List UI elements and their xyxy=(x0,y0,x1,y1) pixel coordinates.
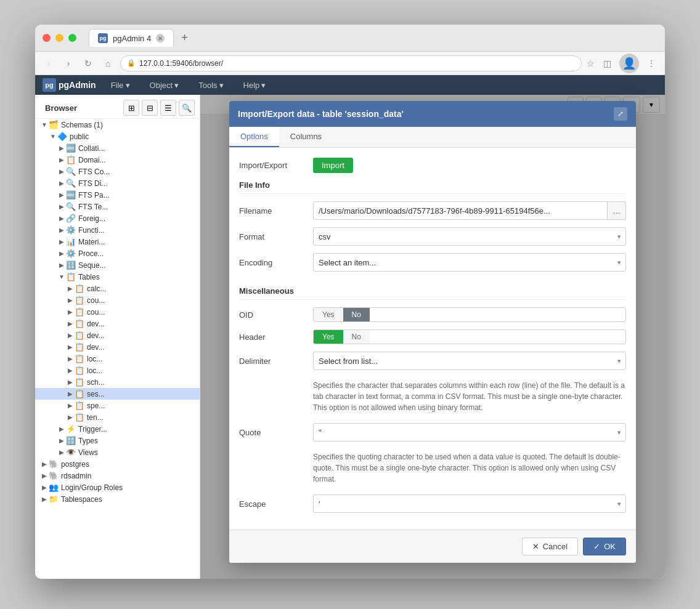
chevron-right-icon: ▶ xyxy=(66,285,75,292)
tree-item-sequences[interactable]: ▶ 🔢 Seque... xyxy=(35,259,200,271)
tree-item-loc1[interactable]: ▶ 📋 loc... xyxy=(35,353,200,365)
format-select[interactable]: csv text binary xyxy=(313,227,626,246)
refresh-btn[interactable]: ↻ xyxy=(81,56,96,71)
filename-browse-btn[interactable]: ... xyxy=(608,201,626,220)
chevron-right-icon: ▶ xyxy=(66,320,75,327)
escape-select[interactable]: ' " xyxy=(313,494,626,513)
header-no-btn[interactable]: No xyxy=(343,330,370,344)
tree-item-functions[interactable]: ▶ ⚙️ Functi... xyxy=(35,224,200,236)
oid-row: OID Yes No xyxy=(239,307,626,322)
tree-item-spe[interactable]: ▶ 📋 spe... xyxy=(35,400,200,411)
close-window-btn[interactable] xyxy=(43,34,51,42)
menu-tools[interactable]: Tools ▾ xyxy=(193,78,228,92)
tree-item-triggers[interactable]: ▶ ⚡ Trigger... xyxy=(35,423,200,435)
format-select-wrapper: csv text binary ▾ xyxy=(313,227,626,246)
oid-no-btn[interactable]: No xyxy=(343,308,370,321)
extensions-btn[interactable]: ◫ xyxy=(600,56,614,71)
tree-item-public[interactable]: ▼ 🔷 public xyxy=(35,131,200,142)
tree-item-dev3[interactable]: ▶ 📋 dev... xyxy=(35,341,200,353)
tree-item-tables[interactable]: ▼ 📋 Tables xyxy=(35,271,200,283)
tree-item-foreign[interactable]: ▶ 🔗 Foreig... xyxy=(35,212,200,224)
tree-item-calc[interactable]: ▶ 📋 calc... xyxy=(35,283,200,294)
tree-item-fts-template[interactable]: ▶ 🔍 FTS Te... xyxy=(35,201,200,212)
encoding-control: Select an item... ▾ xyxy=(313,253,626,272)
encoding-select[interactable]: Select an item... xyxy=(313,253,626,272)
tree-item-sch[interactable]: ▶ 📋 sch... xyxy=(35,376,200,388)
new-tab-btn[interactable]: + xyxy=(177,31,192,44)
back-btn[interactable]: ‹ xyxy=(41,56,56,71)
delimiter-select[interactable]: Select from list... xyxy=(313,352,626,370)
tree-item-loc2[interactable]: ▶ 📋 loc... xyxy=(35,365,200,376)
oid-yes-btn[interactable]: Yes xyxy=(314,308,343,321)
tab-columns[interactable]: Columns xyxy=(279,127,333,147)
tree-item-ten[interactable]: ▶ 📋 ten... xyxy=(35,411,200,423)
import-export-row: Import/Export Import xyxy=(239,158,626,173)
menu-file[interactable]: File ▾ xyxy=(106,78,135,92)
sidebar-properties-btn[interactable]: ☰ xyxy=(160,100,176,116)
quote-select-wrapper: " ' ▾ xyxy=(313,423,626,442)
tree-item-fts-config[interactable]: ▶ 🔍 FTS Co... xyxy=(35,166,200,177)
modal-body: Import/Export Import File Info Filename xyxy=(229,148,636,530)
header-yes-btn[interactable]: Yes xyxy=(314,330,343,344)
quote-select[interactable]: " ' xyxy=(313,423,626,442)
tree-item-collations[interactable]: ▶ 🔤 Collati... xyxy=(35,142,200,154)
pgadmin-header: pg pgAdmin File ▾ Object ▾ Tools ▾ Help … xyxy=(35,75,665,95)
home-btn[interactable]: ⌂ xyxy=(100,56,115,71)
tree-item-cou1[interactable]: ▶ 📋 cou... xyxy=(35,294,200,306)
url-bar[interactable]: 🔒 127.0.0.1:59406/browser/ xyxy=(120,55,582,71)
tree-item-domains[interactable]: ▶ 📋 Domai... xyxy=(35,154,200,166)
tree-item-session-data[interactable]: ▶ 📋 ses... xyxy=(35,388,200,400)
tree-item-types[interactable]: ▶ 🔠 Types xyxy=(35,435,200,446)
tree-item-postgres[interactable]: ▶ 🐘 postgres xyxy=(35,458,200,470)
tree-item-fts-dict[interactable]: ▶ 🔍 FTS Di... xyxy=(35,177,200,189)
more-menu-btn[interactable]: ⋮ xyxy=(644,56,659,71)
lock-icon: 🔒 xyxy=(127,59,136,67)
tab-options[interactable]: Options xyxy=(229,127,279,147)
chevron-right-icon: ▶ xyxy=(57,437,66,444)
tab-favicon: pg xyxy=(98,33,108,43)
logo-text: pgAdmin xyxy=(59,80,96,90)
chevron-down-icon: ▼ xyxy=(57,273,66,280)
browser-window: pg pgAdmin 4 ✕ + ‹ › ↻ ⌂ 🔒 127.0.0.1:594… xyxy=(35,25,665,579)
modal-maximize-btn[interactable]: ⤢ xyxy=(614,107,627,121)
tree-item-rdsadmin[interactable]: ▶ 🐘 rdsadmin xyxy=(35,470,200,482)
tree-item-procedures[interactable]: ▶ ⚙️ Proce... xyxy=(35,248,200,259)
sidebar-table-btn[interactable]: ⊞ xyxy=(123,100,139,116)
cancel-btn[interactable]: ✕ Cancel xyxy=(522,538,578,555)
chevron-right-icon: ▶ xyxy=(57,449,66,456)
delimiter-label: Delimiter xyxy=(239,357,313,366)
pgadmin-logo: pg pgAdmin xyxy=(43,78,96,92)
oid-control: Yes No xyxy=(313,307,626,322)
tree-item-matviews[interactable]: ▶ 📊 Materi... xyxy=(35,236,200,248)
tree-item-cou2[interactable]: ▶ 📋 cou... xyxy=(35,306,200,318)
delimiter-select-wrapper: Select from list... ▾ xyxy=(313,352,626,370)
sidebar-search-btn[interactable]: 🔍 xyxy=(179,100,195,116)
minimize-window-btn[interactable] xyxy=(55,34,63,42)
tree-item-schemas[interactable]: ▼ 🗂️ Schemas (1) xyxy=(35,119,200,131)
filename-input[interactable] xyxy=(313,201,608,220)
browser-tab-pgadmin[interactable]: pg pgAdmin 4 ✕ xyxy=(89,29,174,47)
tree-item-views[interactable]: ▶ 👁️ Views xyxy=(35,446,200,458)
import-btn[interactable]: Import xyxy=(313,158,353,173)
menu-object[interactable]: Object ▾ xyxy=(145,78,184,92)
ok-btn[interactable]: ✓ OK xyxy=(583,538,626,555)
tree-item-tablespaces[interactable]: ▶ 📁 Tablespaces xyxy=(35,493,200,505)
import-export-modal: Import/Export data - table 'session_data… xyxy=(229,101,636,563)
sidebar-columns-btn[interactable]: ⊟ xyxy=(142,100,158,116)
quote-row: Quote " ' ▾ xyxy=(239,423,626,442)
tab-close-btn[interactable]: ✕ xyxy=(156,34,165,42)
menu-help[interactable]: Help ▾ xyxy=(238,78,271,92)
tab-bar: pg pgAdmin 4 ✕ + xyxy=(89,29,657,47)
forward-btn[interactable]: › xyxy=(61,56,76,71)
tree-item-dev2[interactable]: ▶ 📋 dev... xyxy=(35,329,200,341)
tree-item-fts-parser[interactable]: ▶ 🔤 FTS Pa... xyxy=(35,189,200,201)
maximize-window-btn[interactable] xyxy=(68,34,76,42)
bookmark-icon[interactable]: ☆ xyxy=(587,58,595,68)
tree-item-dev1[interactable]: ▶ 📋 dev... xyxy=(35,318,200,329)
profile-avatar[interactable]: 👤 xyxy=(619,54,639,73)
chevron-down-icon: ▼ xyxy=(40,121,49,128)
logo-icon: pg xyxy=(43,78,56,92)
tree-item-login-group-roles[interactable]: ▶ 👥 Login/Group Roles xyxy=(35,482,200,493)
modal-footer: ✕ Cancel ✓ OK xyxy=(229,530,636,563)
tree-view: ▼ 🗂️ Schemas (1) ▼ 🔷 public ▶ 🔤 Collati.… xyxy=(35,119,200,505)
